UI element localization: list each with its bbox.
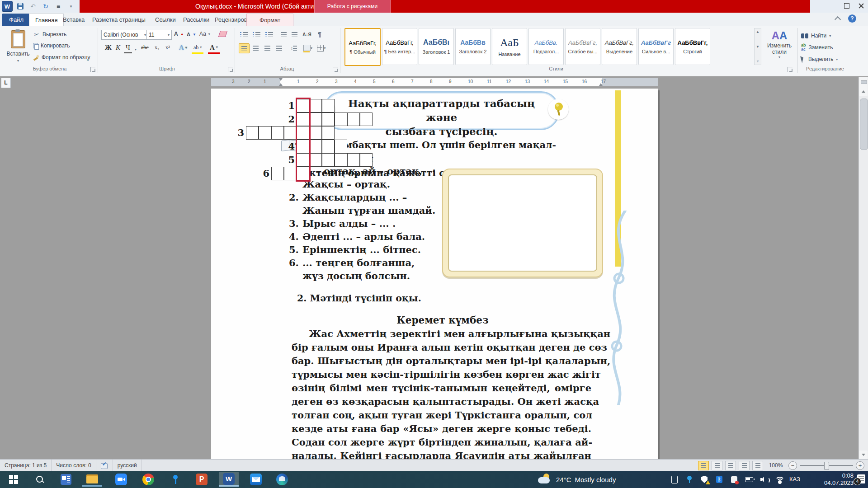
tray-language-indicator[interactable]: КАЗ — [789, 476, 800, 483]
style-item[interactable]: АаБбВвГг,Слабое вы... — [565, 28, 600, 65]
paragraph-dialog-launcher-icon[interactable] — [333, 67, 338, 72]
scrollbar-thumb[interactable] — [860, 99, 868, 150]
help-icon[interactable]: ? — [848, 14, 856, 23]
underline-button[interactable]: Ч — [124, 42, 132, 53]
grow-font-button[interactable]: А▲ — [173, 30, 185, 38]
language-indicator[interactable]: русский — [113, 460, 142, 471]
italic-button[interactable]: К — [114, 42, 122, 52]
taskbar-file-explorer-button[interactable] — [82, 472, 102, 487]
style-item[interactable]: АаБбВвГг,¶ Без интер... — [382, 28, 417, 65]
tab-format[interactable]: Формат — [246, 14, 293, 27]
tray-security-button[interactable] — [700, 475, 709, 483]
font-dialog-launcher-icon[interactable] — [228, 67, 233, 72]
collapse-ribbon-icon[interactable] — [835, 16, 841, 21]
select-button[interactable]: Выделить▾ — [801, 54, 855, 64]
draft-view-button[interactable] — [752, 461, 763, 470]
text-effects-button[interactable]: А▾ — [177, 42, 189, 52]
copy-button[interactable]: Копировать — [32, 42, 71, 50]
change-styles-button[interactable]: АА Изменить стили▾ — [765, 29, 794, 65]
tray-device-button[interactable] — [670, 475, 679, 483]
underline-dropdown-icon[interactable]: ▾ — [133, 44, 138, 54]
find-button[interactable]: Найти▾ — [801, 31, 855, 41]
styles-dialog-launcher-icon[interactable] — [788, 67, 793, 72]
style-item[interactable]: АаБбВвЗаголовок 2 — [455, 28, 491, 65]
redo-button[interactable]: ↻ — [41, 1, 51, 11]
align-right-button[interactable] — [262, 43, 272, 52]
style-item[interactable]: АаБбВвГгСильное в... — [638, 28, 674, 65]
increase-indent-button[interactable] — [289, 30, 299, 39]
bold-button[interactable]: Ж — [103, 42, 113, 52]
vertical-scrollbar[interactable] — [859, 77, 868, 459]
word-count-indicator[interactable]: Число слов: 0 — [52, 460, 96, 471]
print-layout-view-button[interactable] — [698, 461, 709, 470]
taskbar-widgets-button[interactable] — [56, 472, 76, 487]
borders-button[interactable]: ▾ — [316, 43, 327, 52]
tray-wifi-button[interactable] — [774, 475, 783, 483]
tab-references[interactable]: Ссылки — [149, 14, 182, 26]
styles-gallery-scroll[interactable]: ▲▼▿ — [754, 28, 761, 65]
spellcheck-indicator[interactable] — [96, 460, 113, 471]
tray-volume-button[interactable] — [760, 475, 769, 483]
web-layout-view-button[interactable] — [725, 461, 736, 470]
taskbar-word-button[interactable]: W — [219, 472, 239, 487]
document-page[interactable]: Нақты ақпараттарды табасың және сызбаға … — [211, 89, 658, 459]
style-item[interactable]: АаБбВв.Подзагол... — [528, 28, 564, 65]
tray-app-notification-button[interactable] — [730, 475, 739, 483]
taskbar-mail-button[interactable] — [246, 472, 266, 487]
multilevel-list-button[interactable] — [264, 30, 274, 39]
style-item[interactable]: АаБНазвание — [492, 28, 527, 65]
change-case-button[interactable]: Аа▾ — [198, 30, 212, 38]
format-painter-button[interactable]: Формат по образцу — [32, 53, 92, 61]
zoom-level[interactable]: 100% — [766, 462, 786, 469]
save-button[interactable] — [15, 1, 25, 11]
first-line-indent-marker[interactable] — [279, 78, 283, 81]
notification-center-button[interactable]: 4 — [857, 474, 865, 483]
taskbar-search-button[interactable] — [30, 472, 50, 487]
style-item[interactable]: АаБбВıЗаголовок 1 — [419, 28, 454, 65]
cut-button[interactable]: ✂Вырезать — [32, 30, 68, 39]
restore-button[interactable] — [843, 2, 851, 10]
font-color-button[interactable]: А▾ — [208, 42, 220, 54]
clipboard-dialog-launcher-icon[interactable] — [90, 67, 95, 72]
justify-button[interactable] — [274, 43, 284, 52]
style-item[interactable]: АаБбВвГг,¶ Обычный — [344, 28, 381, 66]
tab-stop-selector[interactable]: L — [1, 78, 11, 88]
tray-clock[interactable]: 0:08 04.07.2023 — [812, 472, 854, 487]
numbering-button[interactable] — [251, 30, 261, 39]
strikethrough-button[interactable]: abc — [139, 42, 151, 52]
taskbar-zoom-button[interactable] — [111, 472, 131, 487]
tab-insert[interactable]: Вставка — [57, 14, 90, 26]
taskbar-edge-button[interactable] — [272, 472, 292, 487]
paste-button[interactable]: Вставить ▾ — [4, 28, 33, 68]
outline-view-button[interactable] — [739, 461, 750, 470]
zoom-slider[interactable] — [800, 465, 853, 466]
decrease-indent-button[interactable] — [278, 30, 288, 39]
hanging-indent-marker[interactable] — [279, 83, 283, 86]
align-left-button[interactable] — [239, 43, 250, 53]
align-center-button[interactable] — [250, 43, 260, 52]
taskbar-powerpoint-button[interactable]: P — [192, 472, 212, 487]
font-size-combo[interactable]: 11▾ — [146, 30, 172, 40]
subscript-button[interactable]: x₂ — [153, 42, 161, 52]
tray-battery-button[interactable] — [745, 475, 754, 483]
style-item[interactable]: АаБбВвГг,Строгий — [675, 28, 710, 65]
taskbar-chrome-button[interactable] — [138, 472, 158, 487]
customize-qat-menu-icon[interactable]: ≡ — [53, 1, 63, 11]
page-count-indicator[interactable]: Страница: 1 из 5 — [0, 460, 52, 471]
highlight-button[interactable]: ab▾ — [192, 42, 203, 54]
shrink-font-button[interactable]: А▼ — [185, 31, 198, 38]
tray-pin-button[interactable] — [685, 475, 694, 483]
show-paragraph-marks-button[interactable]: ¶ — [315, 30, 325, 39]
horizontal-ruler[interactable]: 3211234567891011121314151617 — [211, 78, 658, 86]
bullets-button[interactable] — [239, 30, 249, 39]
sort-button[interactable]: А↓Я — [302, 30, 312, 39]
close-button[interactable] — [857, 2, 865, 10]
tab-page-layout[interactable]: Разметка страницы — [86, 14, 151, 26]
taskbar-hotspot-button[interactable] — [165, 472, 185, 487]
undo-button[interactable]: ↶ — [28, 1, 38, 11]
start-button[interactable] — [4, 472, 24, 487]
tray-bluetooth-button[interactable]: ᛒ — [715, 475, 724, 483]
zoom-in-button[interactable]: + — [856, 461, 864, 470]
font-name-combo[interactable]: Calibri (Основ▾ — [101, 30, 148, 40]
qat-dropdown-icon[interactable]: ▾ — [66, 1, 76, 11]
